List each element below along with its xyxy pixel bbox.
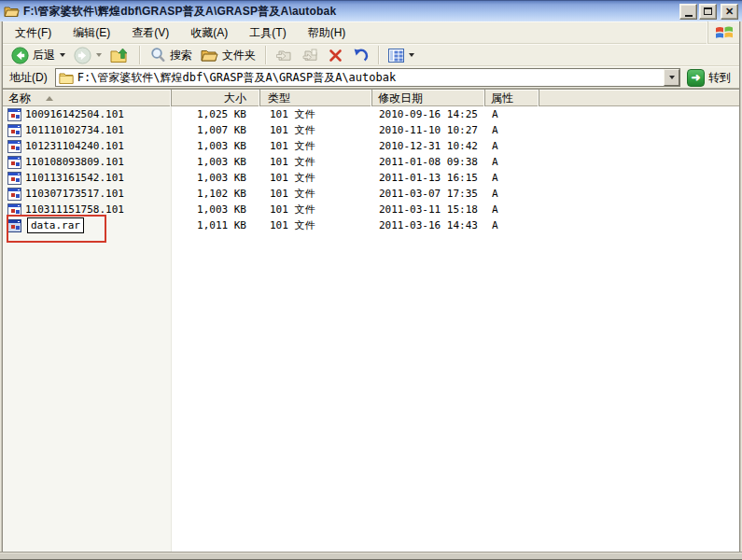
minimize-icon — [685, 15, 693, 17]
address-path[interactable]: F:\管家婆软件\辉煌dbf\GRASP普及A\GRASP普及A\autobak — [77, 70, 660, 86]
file-attributes: A — [485, 108, 539, 120]
move-to-button — [273, 46, 296, 64]
file-icon[interactable] — [7, 124, 21, 137]
table-row[interactable]: 110108093809.1011,003 KB101 文件2011-01-08… — [3, 154, 739, 170]
file-size: 1,011 KB — [172, 219, 260, 231]
column-header-attributes[interactable]: 属性 — [485, 90, 539, 106]
folder-open-icon — [4, 5, 20, 18]
forward-dropdown-icon[interactable] — [96, 53, 102, 57]
address-input[interactable]: F:\管家婆软件\辉煌dbf\GRASP普及A\GRASP普及A\autobak — [55, 68, 680, 87]
file-attributes: A — [485, 156, 539, 168]
menu-file[interactable]: 文件(F) — [7, 22, 60, 44]
file-name[interactable]: 110307173517.101 — [25, 188, 124, 200]
back-label: 后退 — [33, 48, 55, 63]
table-row[interactable]: 110113161542.1011,003 KB101 文件2011-01-13… — [3, 170, 739, 186]
file-icon[interactable] — [7, 172, 21, 185]
file-modified: 2011-01-13 16:15 — [372, 172, 485, 184]
table-row[interactable]: 110307173517.1011,102 KB101 文件2011-03-07… — [3, 186, 739, 202]
file-type: 101 文件 — [260, 218, 372, 232]
views-button[interactable] — [385, 47, 417, 64]
file-attributes: A — [485, 140, 539, 152]
table-row[interactable]: 100916142504.1011,025 KB101 文件2010-09-16… — [3, 106, 739, 122]
forward-button[interactable] — [71, 45, 105, 66]
file-size: 1,003 KB — [172, 203, 260, 216]
file-name[interactable]: 110113161542.101 — [25, 172, 124, 184]
maximize-button[interactable] — [699, 4, 717, 20]
column-header-label: 名称 — [8, 91, 31, 106]
up-folder-icon — [110, 47, 130, 63]
file-name[interactable]: 100916142504.101 — [25, 108, 124, 120]
column-header-label: 属性 — [491, 91, 513, 106]
back-dropdown-icon[interactable] — [60, 53, 65, 57]
column-header-modified[interactable]: 修改日期 — [372, 90, 485, 106]
up-button[interactable] — [107, 45, 133, 65]
delete-icon — [328, 48, 343, 63]
file-attributes: A — [485, 219, 539, 231]
toolbar-separator — [265, 46, 266, 64]
file-attributes: A — [485, 124, 539, 136]
menu-tools[interactable]: 工具(T) — [241, 22, 294, 44]
file-icon[interactable] — [7, 108, 21, 121]
file-icon[interactable] — [7, 156, 21, 169]
menu-help[interactable]: 帮助(H) — [300, 22, 355, 44]
address-bar: 地址(D) F:\管家婆软件\辉煌dbf\GRASP普及A\GRASP普及A\a… — [3, 66, 739, 89]
file-name[interactable]: 101231104240.101 — [25, 140, 124, 152]
file-attributes: A — [485, 203, 539, 216]
search-button[interactable]: 搜索 — [147, 45, 195, 65]
file-size: 1,003 KB — [172, 172, 260, 184]
name-cell: 110307173517.101 — [3, 188, 172, 201]
file-modified: 2010-09-16 14:25 — [372, 108, 485, 120]
menu-edit[interactable]: 编辑(E) — [64, 22, 119, 44]
go-arrow-icon: ➜ — [687, 69, 705, 87]
folder-icon — [59, 72, 74, 84]
column-header-size[interactable]: 大小 — [172, 90, 260, 106]
file-size: 1,003 KB — [172, 140, 260, 152]
chevron-down-icon — [669, 76, 675, 79]
file-modified: 2011-03-07 17:35 — [372, 188, 485, 200]
minimize-button[interactable] — [679, 4, 697, 20]
table-row[interactable]: 110311151758.1011,003 KB101 文件2011-03-11… — [3, 202, 739, 217]
file-icon[interactable] — [7, 140, 21, 153]
undo-button[interactable] — [349, 46, 371, 65]
name-cell: 110108093809.101 — [3, 156, 172, 169]
close-button[interactable] — [721, 4, 738, 20]
title-bar[interactable]: F:\管家婆软件\辉煌dbf\GRASP普及A\GRASP普及A\autobak — [0, 0, 742, 21]
go-button[interactable]: ➜ 转到 — [685, 68, 735, 88]
file-modified: 2011-03-16 14:43 — [372, 219, 485, 231]
window-border-left — [0, 21, 3, 560]
menu-favorites[interactable]: 收藏(A) — [182, 22, 236, 44]
window-border-bottom[interactable] — [0, 552, 742, 560]
undo-icon — [352, 48, 369, 63]
file-type: 101 文件 — [260, 123, 372, 137]
toolbar-separator — [378, 46, 379, 64]
file-name[interactable]: 110108093809.101 — [25, 156, 124, 168]
column-header-label: 修改日期 — [378, 91, 423, 106]
file-type: 101 文件 — [260, 139, 372, 153]
back-button[interactable]: 后退 — [8, 45, 68, 66]
file-type: 101 文件 — [260, 203, 372, 217]
file-size: 1,025 KB — [172, 108, 260, 120]
column-header-name[interactable]: 名称 — [3, 90, 172, 106]
search-icon — [149, 47, 166, 63]
copy-to-icon — [301, 48, 319, 63]
file-modified: 2011-03-11 15:18 — [372, 203, 485, 216]
table-row[interactable]: 101231104240.1011,003 KB101 文件2010-12-31… — [3, 138, 739, 154]
address-label: 地址(D) — [7, 70, 50, 86]
toolbar: 后退 搜索 — [3, 44, 739, 66]
maximize-icon — [704, 7, 712, 15]
address-dropdown-button[interactable] — [664, 69, 679, 86]
file-type: 101 文件 — [260, 171, 372, 185]
folders-button[interactable]: 文件夹 — [198, 46, 259, 65]
file-name[interactable]: 101110102734.101 — [25, 124, 124, 136]
name-cell: 101231104240.101 — [3, 140, 172, 153]
menu-bar: 文件(F) 编辑(E) 查看(V) 收藏(A) 工具(T) 帮助(H) — [3, 21, 739, 44]
delete-button[interactable] — [325, 46, 346, 65]
table-row[interactable]: data.rar1,011 KB101 文件2011-03-16 14:43A — [3, 217, 739, 233]
column-header-type[interactable]: 类型 — [260, 90, 372, 106]
back-icon — [11, 47, 29, 64]
views-dropdown-icon[interactable] — [409, 53, 414, 57]
window-title: F:\管家婆软件\辉煌dbf\GRASP普及A\GRASP普及A\autobak — [23, 4, 676, 20]
menu-view[interactable]: 查看(V) — [123, 22, 177, 44]
file-icon[interactable] — [7, 188, 21, 201]
table-row[interactable]: 101110102734.1011,007 KB101 文件2010-11-10… — [3, 122, 739, 138]
